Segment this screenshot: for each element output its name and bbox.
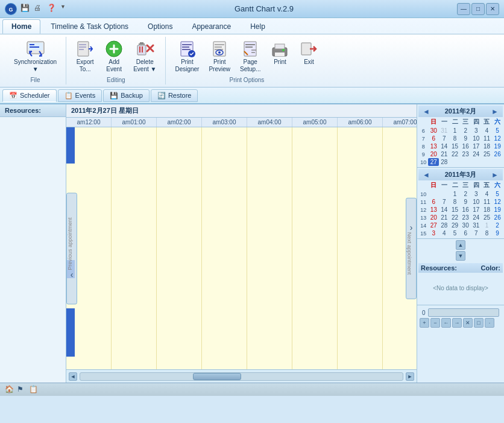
cal-day[interactable]: 22 bbox=[450, 150, 461, 158]
cal-day[interactable]: 3 bbox=[471, 190, 482, 198]
scrollbar-thumb[interactable] bbox=[193, 373, 241, 380]
cal-day[interactable]: 4 bbox=[482, 190, 493, 198]
cal-day[interactable]: 7 bbox=[439, 198, 450, 206]
print-preview-button[interactable]: PrintPreview bbox=[204, 37, 235, 75]
cal-day[interactable]: 5 bbox=[492, 190, 503, 198]
delete-event-button[interactable]: DeleteEvent ▼ bbox=[129, 37, 160, 75]
cal-day[interactable]: 25 bbox=[482, 150, 493, 158]
page-setup-button[interactable]: PageSetup... bbox=[236, 37, 265, 75]
cal-day[interactable] bbox=[439, 190, 450, 198]
left-btn[interactable]: ← bbox=[441, 318, 451, 328]
next-appointment-btn[interactable]: › Next appointment bbox=[406, 197, 417, 299]
horizontal-scrollbar[interactable] bbox=[80, 372, 403, 381]
cal-day[interactable] bbox=[428, 190, 439, 198]
cal-day[interactable]: 15 bbox=[450, 206, 461, 214]
cal-day[interactable]: 31 bbox=[471, 221, 482, 229]
cal-day[interactable]: 10 bbox=[471, 135, 482, 142]
scroll-right-btn[interactable]: ► bbox=[406, 372, 414, 381]
cal-day[interactable]: 11 bbox=[482, 198, 493, 206]
cal-day[interactable]: 24 bbox=[471, 214, 482, 221]
cal-day[interactable]: 6 bbox=[460, 229, 471, 237]
cal-day[interactable]: 27 bbox=[428, 158, 439, 166]
cal-day[interactable]: 6 bbox=[428, 135, 439, 142]
cal-day[interactable]: 8 bbox=[450, 135, 461, 142]
dot-btn[interactable]: · bbox=[485, 318, 494, 328]
cal-day[interactable]: 13 bbox=[428, 206, 439, 214]
cal-day[interactable]: 13 bbox=[428, 142, 439, 150]
cal-day[interactable]: 9 bbox=[460, 135, 471, 142]
cal-day[interactable]: 9 bbox=[460, 198, 471, 206]
cal-day[interactable]: 17 bbox=[471, 142, 482, 150]
cal-day[interactable]: 26 bbox=[492, 150, 503, 158]
square-btn[interactable]: □ bbox=[474, 318, 484, 328]
minus-btn[interactable]: − bbox=[430, 318, 440, 328]
cal-day[interactable]: 3 bbox=[471, 127, 482, 135]
cal-day[interactable]: 10 bbox=[471, 198, 482, 206]
cal-mar-prev[interactable]: ◄ bbox=[421, 171, 432, 179]
cal-day[interactable]: 2 bbox=[492, 221, 503, 229]
exit-button[interactable]: Exit bbox=[295, 37, 323, 68]
cal-day[interactable]: 21 bbox=[439, 150, 450, 158]
cal-day[interactable]: 18 bbox=[482, 206, 493, 214]
cal-day[interactable]: 19 bbox=[492, 206, 503, 214]
cal-day[interactable]: 31 bbox=[439, 127, 450, 135]
cal-day[interactable]: 8 bbox=[450, 198, 461, 206]
cal-day[interactable]: 11 bbox=[482, 135, 493, 142]
qa-help-btn[interactable]: ❓ bbox=[47, 4, 58, 14]
cal-day[interactable]: 1 bbox=[450, 127, 461, 135]
cal-day[interactable]: 6 bbox=[428, 198, 439, 206]
export-button[interactable]: ExportTo... bbox=[71, 37, 99, 75]
cal-day[interactable]: 14 bbox=[439, 142, 450, 150]
cal-day[interactable]: 14 bbox=[439, 206, 450, 214]
close-x-btn[interactable]: ✕ bbox=[463, 318, 473, 328]
cal-day[interactable]: 12 bbox=[492, 198, 503, 206]
add-event-button[interactable]: AddEvent bbox=[100, 37, 128, 75]
restore-btn[interactable]: □ bbox=[471, 3, 485, 15]
cal-mar-next[interactable]: ► bbox=[490, 171, 500, 179]
tab-home[interactable]: Home bbox=[2, 19, 40, 34]
cal-day[interactable]: 1 bbox=[482, 221, 493, 229]
cal-day[interactable]: 5 bbox=[492, 127, 503, 135]
cal-day[interactable]: 23 bbox=[460, 150, 471, 158]
cal-day[interactable]: 19 bbox=[492, 142, 503, 150]
qa-save-btn[interactable]: 💾 bbox=[20, 4, 31, 14]
tab-scheduler[interactable]: 📅 Scheduler bbox=[2, 89, 57, 102]
cal-day[interactable]: 4 bbox=[482, 127, 493, 135]
cal-day[interactable]: 9 bbox=[492, 229, 503, 237]
cal-day[interactable]: 20 bbox=[428, 150, 439, 158]
cal-day[interactable]: 1 bbox=[450, 190, 461, 198]
cal-feb-next[interactable]: ► bbox=[490, 107, 500, 116]
cal-day[interactable]: 21 bbox=[439, 214, 450, 221]
prev-appointment-btn[interactable]: Previous appointment ‹ bbox=[66, 192, 77, 304]
cal-day[interactable]: 28 bbox=[439, 221, 450, 229]
cal-day[interactable]: 7 bbox=[471, 229, 482, 237]
cal-day[interactable]: 20 bbox=[428, 214, 439, 221]
cal-day[interactable]: 27 bbox=[428, 221, 439, 229]
print-designer-button[interactable]: PrintDesigner bbox=[171, 37, 203, 75]
cal-day[interactable]: 25 bbox=[482, 214, 493, 221]
vscroll-up[interactable]: ▲ bbox=[456, 240, 465, 250]
cal-day[interactable]: 12 bbox=[492, 135, 503, 142]
tab-options[interactable]: Options bbox=[139, 19, 181, 34]
cal-day[interactable]: 29 bbox=[450, 221, 461, 229]
cal-day[interactable]: 18 bbox=[482, 142, 493, 150]
qa-print-btn[interactable]: 🖨 bbox=[34, 4, 45, 14]
cal-day[interactable]: 24 bbox=[471, 150, 482, 158]
tab-events[interactable]: 📋 Events bbox=[58, 89, 102, 102]
synchronization-button[interactable]: Synchronization▼ bbox=[10, 37, 61, 75]
qa-dropdown[interactable]: ▼ bbox=[60, 4, 71, 14]
cal-day[interactable]: 8 bbox=[482, 229, 493, 237]
print-button[interactable]: Print bbox=[266, 37, 294, 68]
tab-help[interactable]: Help bbox=[241, 19, 274, 34]
cal-day[interactable]: 16 bbox=[460, 206, 471, 214]
close-btn[interactable]: ✕ bbox=[486, 3, 499, 15]
cal-day[interactable]: 7 bbox=[439, 135, 450, 142]
right-btn[interactable]: → bbox=[452, 318, 462, 328]
vscroll-down[interactable]: ▼ bbox=[456, 251, 465, 261]
minimize-btn[interactable]: — bbox=[457, 3, 470, 15]
cal-day[interactable]: 22 bbox=[450, 214, 461, 221]
scheduler-body[interactable]: Previous appointment ‹ › Next appointmen… bbox=[66, 127, 417, 369]
cal-day[interactable]: 3 bbox=[428, 229, 439, 237]
cal-day[interactable]: 15 bbox=[450, 142, 461, 150]
cal-day[interactable]: 23 bbox=[460, 214, 471, 221]
